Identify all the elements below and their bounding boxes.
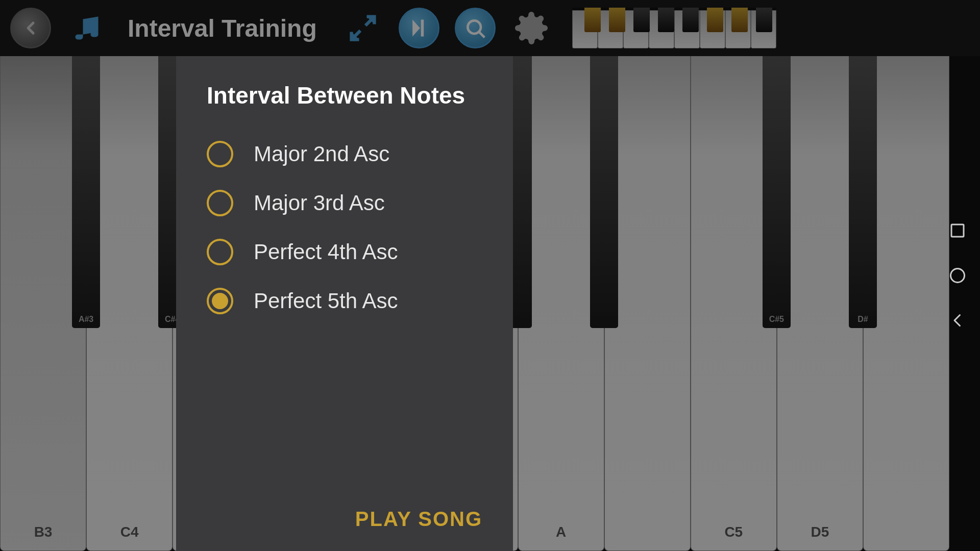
option-perfect4th[interactable]: Perfect 4th Asc <box>207 228 482 277</box>
option-major2nd[interactable]: Major 2nd Asc <box>207 130 482 179</box>
svg-point-7 <box>951 269 965 283</box>
android-nav <box>945 218 970 333</box>
option-perfect5th[interactable]: Perfect 5th Asc <box>207 277 482 325</box>
radio-major2nd[interactable] <box>207 141 233 167</box>
android-home-button[interactable] <box>945 263 970 288</box>
label-major3rd: Major 3rd Asc <box>254 191 385 215</box>
play-song-button[interactable]: PLAY SONG <box>207 497 482 531</box>
dialog-title: Interval Between Notes <box>207 82 482 109</box>
android-recents-button[interactable] <box>945 218 970 243</box>
label-perfect4th: Perfect 4th Asc <box>254 240 398 264</box>
svg-rect-6 <box>951 224 964 237</box>
option-major3rd[interactable]: Major 3rd Asc <box>207 179 482 228</box>
radio-perfect5th[interactable] <box>207 288 233 314</box>
interval-dialog: Interval Between Notes Major 2nd Asc Maj… <box>176 56 513 551</box>
radio-perfect4th[interactable] <box>207 239 233 265</box>
label-major2nd: Major 2nd Asc <box>254 142 389 166</box>
android-back-button[interactable] <box>945 308 970 333</box>
radio-major3rd[interactable] <box>207 190 233 216</box>
label-perfect5th: Perfect 5th Asc <box>254 289 398 313</box>
